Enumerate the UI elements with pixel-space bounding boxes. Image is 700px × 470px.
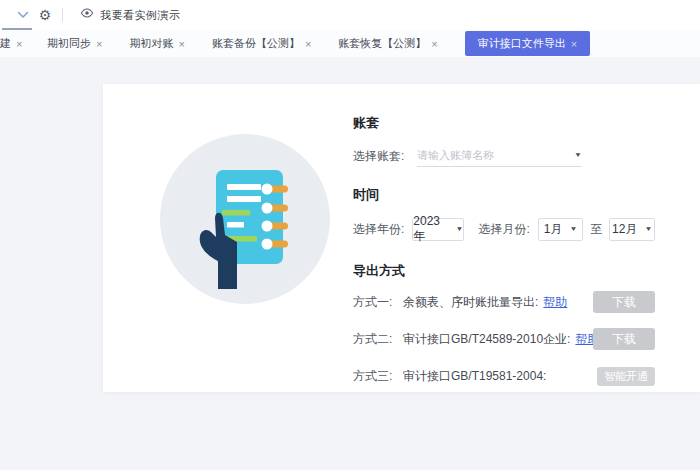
month-from-value: 1月 [544, 221, 563, 238]
year-select[interactable]: 2023年 ▼ [412, 218, 464, 241]
chevron-down-icon[interactable] [12, 4, 34, 26]
demo-link-label: 我要看实例演示 [100, 8, 181, 23]
export-row-3: 方式三: 审计接口GB/T19581-2004: 智能开通 [353, 365, 655, 387]
account-select[interactable]: 请输入账簿名称 ▼ [417, 145, 582, 167]
tab-qichu-duizhang[interactable]: 期初对账 × [129, 36, 184, 51]
export-row-prefix: 方式三: [353, 368, 403, 385]
close-icon[interactable]: × [571, 38, 577, 50]
month-to-select[interactable]: 12月 ▼ [609, 218, 655, 241]
close-icon[interactable]: × [305, 38, 311, 50]
topbar-divider [62, 8, 63, 22]
tab-zhangtao-beifen[interactable]: 账套备份【公测】 × [212, 36, 311, 51]
export-row-desc: 审计接口GB/T24589-2010企业: [403, 331, 570, 348]
tab-label: 期初对账 [129, 36, 173, 51]
export-row-prefix: 方式二: [353, 331, 403, 348]
tab-zhangtao-huifu[interactable]: 账套恢复【公测】 × [338, 36, 437, 51]
account-select-label: 选择账套: [353, 148, 417, 165]
tab-label: 审计接口文件导出 [478, 36, 566, 51]
tab-label: 期初同步 [47, 36, 91, 51]
export-row-2: 方式二: 审计接口GB/T24589-2010企业: 帮助 下载 [353, 328, 655, 350]
close-icon[interactable]: × [431, 38, 437, 50]
tab-bar: 建 × 期初同步 × 期初对账 × 账套备份【公测】 × 账套恢复【公测】 × … [0, 30, 700, 57]
export-row-prefix: 方式一: [353, 294, 403, 311]
notebook-illustration [160, 134, 330, 304]
download-button-1[interactable]: 下载 [593, 291, 655, 313]
chevron-down-icon: ▼ [456, 225, 464, 232]
tab-label: 账套备份【公测】 [212, 36, 300, 51]
eye-icon [80, 6, 94, 24]
month-from-select[interactable]: 1月 ▼ [538, 218, 584, 241]
help-link[interactable]: 帮助 [543, 294, 567, 311]
gear-icon[interactable]: ⚙ [34, 4, 56, 26]
month-to-value: 12月 [612, 221, 637, 238]
export-row-1: 方式一: 余额表、序时账批量导出: 帮助 下载 [353, 291, 655, 313]
smart-activate-button[interactable]: 智能开通 [597, 367, 655, 386]
export-row-desc: 审计接口GB/T19581-2004: [403, 368, 546, 385]
account-section-title: 账套 [353, 114, 655, 132]
close-icon[interactable]: × [16, 38, 22, 50]
tab-audit-export-active[interactable]: 审计接口文件导出 × [465, 31, 590, 56]
chevron-down-icon: ▼ [574, 152, 582, 159]
account-select-row: 选择账套: 请输入账簿名称 ▼ [353, 145, 655, 167]
chevron-down-icon: ▼ [644, 225, 652, 232]
topbar: ⚙ 我要看实例演示 [0, 0, 700, 30]
content-card: 账套 选择账套: 请输入账簿名称 ▼ 时间 选择年份: 2023年 ▼ 选择月份… [103, 84, 700, 392]
tab-qichu-tongbu[interactable]: 期初同步 × [47, 36, 102, 51]
download-button-2[interactable]: 下载 [593, 328, 655, 350]
chevron-down-icon: ▼ [569, 225, 577, 232]
export-row-desc: 余额表、序时账批量导出: [403, 294, 538, 311]
close-icon[interactable]: × [178, 38, 184, 50]
tab-partial[interactable]: 建 × [0, 36, 20, 51]
topbar-indicator [2, 28, 32, 30]
year-select-value: 2023年 [413, 214, 448, 245]
year-select-label: 选择年份: [353, 221, 404, 238]
to-label: 至 [590, 221, 602, 238]
tab-label: 账套恢复【公测】 [338, 36, 426, 51]
time-select-row: 选择年份: 2023年 ▼ 选择月份: 1月 ▼ 至 12月 ▼ [353, 217, 655, 241]
month-select-label: 选择月份: [478, 221, 529, 238]
tab-label: 建 [0, 36, 11, 51]
account-select-placeholder: 请输入账簿名称 [417, 148, 494, 163]
demo-link[interactable]: 我要看实例演示 [80, 6, 181, 24]
time-section-title: 时间 [353, 186, 655, 204]
export-section-title: 导出方式 [353, 262, 655, 280]
main-area: 账套 选择账套: 请输入账簿名称 ▼ 时间 选择年份: 2023年 ▼ 选择月份… [0, 57, 700, 470]
close-icon[interactable]: × [96, 38, 102, 50]
export-form: 账套 选择账套: 请输入账簿名称 ▼ 时间 选择年份: 2023年 ▼ 选择月份… [353, 114, 655, 402]
